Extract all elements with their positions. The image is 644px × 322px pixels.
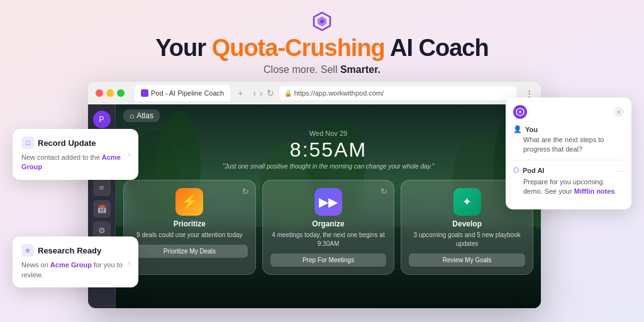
develop-title: Develop: [409, 219, 525, 228]
record-update-header: □ Record Update: [21, 136, 130, 149]
prioritize-refresh-icon[interactable]: ↻: [242, 187, 249, 196]
chat-ai-header: ⬡ Pod AI ···: [513, 165, 624, 175]
user-message-text: What are the next steps to progress that…: [513, 135, 624, 155]
prioritize-card: ↻ ⚡ Prioritize 9 deals could use your at…: [123, 180, 256, 275]
research-ready-header: ≡ Research Ready: [21, 244, 130, 257]
research-ready-icon: ≡: [21, 244, 34, 257]
browser-mockup: Pod - AI Pipeline Coach + ‹ › ↻ 🔒 https:…: [88, 82, 541, 308]
browser-tab[interactable]: Pod - AI Pipeline Coach: [135, 85, 230, 101]
atlas-home-icon: ⌂: [130, 111, 134, 120]
ai-message-text: Prepare for you upcoming demo. See your …: [513, 177, 624, 197]
pod-logo: [312, 11, 332, 31]
minimize-button[interactable]: [106, 89, 114, 97]
chat-panel: × 👤 You What are the next steps to progr…: [506, 97, 631, 209]
organize-icon: ▶▶: [314, 188, 342, 216]
chat-user-header: 👤 You: [513, 125, 624, 133]
main-headline: Your Quota-Crushing AI Coach: [0, 35, 644, 62]
traffic-lights: [96, 89, 125, 97]
browser-content: P ⌂ 📊 ≡ 📅 ⚙: [88, 104, 541, 308]
organize-desc: 4 meetings today, the next one begins at…: [270, 231, 387, 248]
sidebar-icon-list[interactable]: ≡: [93, 179, 111, 196]
atlas-pill[interactable]: ⌂ Atlas: [123, 109, 160, 122]
research-ready-title: Research Ready: [38, 246, 101, 255]
chat-panel-header: ×: [513, 105, 624, 119]
organize-button[interactable]: Prep For Meetings: [270, 253, 387, 267]
mifflin-notes-link[interactable]: Mifflin notes: [574, 187, 615, 195]
url-text: https://app.workwithpod.com/: [294, 89, 384, 97]
app-topbar: ⌂ Atlas: [116, 104, 541, 127]
research-ready-arrow[interactable]: ›: [128, 257, 131, 267]
research-ready-card: ≡ Research Ready News on Acme Group for …: [13, 236, 138, 287]
record-update-text: New contact added to the Acme Group: [21, 153, 130, 172]
headline-orange: Quota-Crushing: [212, 35, 385, 61]
organize-refresh-icon[interactable]: ↻: [380, 187, 387, 196]
develop-icon: ✦: [453, 188, 481, 216]
subheadline: Close more. Sell Smarter.: [0, 64, 644, 75]
research-ready-link[interactable]: Acme Group: [50, 261, 92, 269]
record-update-arrow[interactable]: ›: [128, 149, 131, 159]
tab-label: Pod - AI Pipeline Coach: [151, 89, 224, 97]
forward-btn[interactable]: ›: [260, 88, 263, 98]
user-label: You: [525, 126, 538, 133]
organize-card: ↻ ▶▶ Organize 4 meetings today, the next…: [262, 180, 395, 275]
browser-menu-btn[interactable]: ⋮: [525, 89, 533, 98]
user-avatar[interactable]: P: [93, 111, 111, 128]
svg-point-2: [320, 19, 324, 23]
chat-close-button[interactable]: ×: [614, 107, 624, 117]
maximize-button[interactable]: [117, 89, 125, 97]
chat-ai-message: ⬡ Pod AI ··· Prepare for you upcoming de…: [513, 165, 624, 197]
record-update-icon: □: [21, 136, 34, 149]
app-main-area: ⌂ Atlas Wed Nov 29 8:55AM "Just one smal…: [116, 104, 541, 308]
close-button[interactable]: [96, 89, 103, 97]
page-header: Your Quota-Crushing AI Coach Close more.…: [0, 0, 644, 75]
prioritize-button[interactable]: Prioritize My Deals: [131, 245, 248, 258]
time-display: Wed Nov 29 8:55AM "Just one small positi…: [116, 127, 541, 172]
record-update-card: □ Record Update New contact added to the…: [13, 129, 138, 180]
develop-desc: 3 upcoming goals and 5 new playbook upda…: [409, 231, 525, 248]
atlas-label: Atlas: [136, 111, 153, 120]
new-tab-btn[interactable]: +: [238, 88, 243, 98]
action-cards-row: ↻ ⚡ Prioritize 9 deals could use your at…: [116, 175, 541, 280]
prioritize-title: Prioritize: [131, 219, 248, 228]
pod-logo-small: [513, 105, 527, 119]
prioritize-icon: ⚡: [175, 188, 203, 216]
address-bar[interactable]: 🔒 https://app.workwithpod.com/: [279, 86, 516, 100]
tab-favicon: [141, 89, 148, 97]
svg-point-12: [519, 111, 521, 113]
refresh-btn[interactable]: ↻: [267, 88, 274, 98]
lock-icon: 🔒: [284, 90, 292, 97]
date-label: Wed Nov 29: [116, 130, 541, 137]
clock-display: 8:55AM: [116, 138, 541, 162]
organize-title: Organize: [270, 219, 387, 228]
chat-user-message: 👤 You What are the next steps to progres…: [513, 125, 624, 155]
prioritize-desc: 9 deals could use your attention today: [131, 231, 248, 240]
daily-quote: "Just one small positive thought in the …: [116, 163, 541, 170]
ai-label: Pod AI: [523, 167, 544, 174]
record-update-title: Record Update: [38, 138, 96, 148]
ai-icon: ⬡: [513, 166, 519, 174]
sidebar-icon-calendar[interactable]: 📅: [93, 200, 111, 218]
user-icon: 👤: [513, 125, 522, 133]
browser-bar: Pod - AI Pipeline Coach + ‹ › ↻ 🔒 https:…: [88, 82, 541, 104]
browser-navigation: ‹ › ↻: [253, 88, 274, 98]
chat-divider: [513, 160, 624, 160]
develop-button[interactable]: Review My Goals: [409, 253, 525, 267]
back-btn[interactable]: ‹: [253, 88, 256, 98]
headline-pre: Your: [155, 35, 211, 61]
ai-message-menu[interactable]: ···: [616, 165, 624, 175]
research-ready-text: News on Acme Group for you to review.: [21, 260, 130, 280]
